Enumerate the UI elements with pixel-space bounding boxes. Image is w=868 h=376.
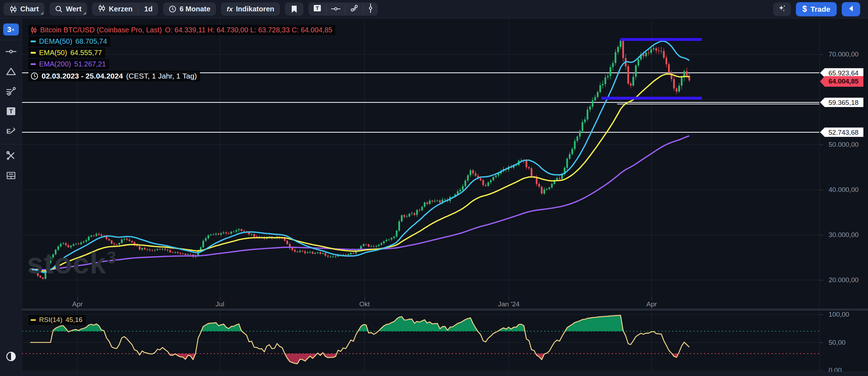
rsi-legend-row[interactable]: RSI(14) 45,16: [28, 315, 86, 325]
axis-tick: [819, 370, 823, 371]
magic-tools-button[interactable]: [773, 2, 791, 16]
axis-tick: [819, 315, 823, 315]
indicator-label: EMA(50): [39, 49, 67, 57]
shapes-tool[interactable]: [0, 62, 22, 82]
time-axis-label: Jan '24: [498, 300, 520, 308]
price-axis-label: 20.000,00: [829, 276, 859, 284]
svg-text:T: T: [9, 108, 13, 115]
layout-icon: [6, 171, 16, 181]
legend-indicator-row[interactable]: DEMA(50) 68.705,74: [28, 36, 110, 47]
vline-tool-button[interactable]: [363, 2, 378, 16]
contrast-icon: [6, 351, 16, 363]
ema50-dash-icon: [31, 52, 36, 54]
range-button[interactable]: 6 Monate: [163, 2, 216, 16]
date-range-row[interactable]: 02.03.2023 - 25.04.2024 (CEST, 1 Jahr, 1…: [28, 71, 200, 81]
legend-indicator-row[interactable]: EMA(200) 51.267,21: [28, 59, 109, 69]
triangle-icon: [6, 67, 16, 77]
stock3-logo[interactable]: 3+: [3, 23, 19, 36]
toolbar: Chart Wert Kerzen 1d: [0, 0, 868, 18]
legend-indicator-row[interactable]: EMA(50) 64.555,77: [28, 48, 105, 58]
dollar-icon: $: [802, 4, 807, 14]
time-axis-label: Apr: [72, 300, 83, 308]
tools-icon: [6, 151, 16, 162]
price-axis-label: 30.000,00: [829, 231, 859, 239]
rsi-axis-label: 100,00: [829, 311, 849, 318]
layout-tool[interactable]: [0, 166, 22, 186]
divider: [0, 40, 22, 40]
divider: [0, 144, 22, 144]
rsi-legend: RSI(14) 45,16: [28, 315, 86, 326]
trade-button[interactable]: $ Trade: [796, 2, 837, 16]
clock-icon: [31, 72, 38, 80]
axis-border: [819, 18, 820, 372]
bottom-strip: [22, 372, 868, 376]
bookmark-icon: [287, 2, 301, 16]
axis-tick: [819, 343, 823, 343]
text-template-button[interactable]: T: [308, 2, 326, 16]
time-axis-label: Jul: [216, 300, 224, 308]
vertical-line-circle-icon: [368, 4, 373, 15]
trading-app: Chart Wert Kerzen 1d: [0, 0, 868, 376]
link-nodes-icon: [350, 4, 358, 14]
sparkles-icon: [778, 4, 786, 14]
pattern-lines-icon: [6, 87, 16, 97]
dema-dash-icon: [31, 41, 36, 42]
time-axis-label: Apr: [646, 300, 657, 308]
hline-tool-button[interactable]: [327, 2, 345, 16]
pane-resize-handle[interactable]: [22, 308, 868, 311]
candle-interval-group: Kerzen 1d: [92, 2, 158, 16]
axis-tick: [819, 145, 823, 145]
rsi-value: 45,16: [65, 316, 82, 324]
legend-symbol-row[interactable]: Bitcoin BTC/USD (Coinbase Pro, Last) O: …: [28, 25, 335, 35]
rsi-dash-icon: [31, 319, 36, 321]
price-level-tag: 52.743,68: [820, 128, 863, 137]
e-arrow-icon: E: [6, 127, 16, 137]
text-tool[interactable]: T: [0, 102, 22, 122]
price-level-tag: 59.365,18: [820, 98, 863, 107]
candles-icon: [9, 5, 17, 13]
candles-icon: [31, 27, 37, 34]
hline-tool[interactable]: [0, 42, 22, 62]
rsi-axis-label: 50,00: [829, 339, 846, 347]
collapse-panel-button[interactable]: [842, 2, 860, 16]
candle-style-button[interactable]: Kerzen: [92, 2, 138, 16]
dropdown-fold-icon: [41, 12, 43, 15]
axis-tick: [819, 280, 823, 280]
symbol-search-button[interactable]: Wert: [49, 2, 87, 16]
price-axis-label: 40.000,00: [829, 186, 859, 194]
dropdown-fold-icon: [83, 12, 86, 15]
interval-label: 1d: [144, 5, 152, 13]
axis-tick: [819, 190, 823, 190]
axis-tick: [819, 54, 823, 55]
bookmark-button[interactable]: [285, 2, 303, 16]
tools-settings[interactable]: [0, 146, 22, 166]
last-price-tag: 64.004,85: [820, 76, 863, 87]
indicators-button[interactable]: fx Indikatoren: [221, 2, 280, 16]
chart-type-button[interactable]: Chart: [4, 2, 44, 16]
clock-icon: [169, 5, 176, 13]
svg-text:T: T: [316, 5, 319, 11]
indicator-value: 68.705,74: [75, 37, 107, 45]
toolbar-right: $ Trade: [773, 2, 864, 16]
time-axis-label: Okt: [359, 300, 370, 308]
date-range: 02.03.2023 - 25.04.2024: [42, 72, 123, 80]
indicators-label: Indikatoren: [236, 5, 274, 13]
event-tool[interactable]: E: [0, 122, 22, 142]
symbol-ohlc: O: 64.339,11 H: 64.730,00 L: 63.728,33 C…: [165, 26, 332, 34]
pattern-tool[interactable]: [0, 82, 22, 102]
axis-tick: [819, 235, 823, 235]
connector-tool-button[interactable]: [345, 2, 363, 16]
draw-tools-group: T: [308, 2, 378, 16]
watermark: stock3: [27, 247, 117, 280]
text-box-icon: T: [313, 4, 322, 14]
line-circle-icon: [6, 49, 16, 55]
interval-button[interactable]: 1d: [139, 2, 158, 16]
indicator-label: DEMA(50): [39, 37, 72, 45]
rsi-label: RSI(14): [39, 316, 62, 324]
trade-label: Trade: [810, 5, 830, 14]
tool-sidebar: 3+ T E: [0, 18, 22, 376]
ema200-dash-icon: [31, 63, 36, 65]
indicator-value: 51.267,21: [74, 60, 106, 68]
indicator-value: 64.555,77: [70, 49, 102, 57]
theme-toggle-button[interactable]: [0, 348, 22, 366]
